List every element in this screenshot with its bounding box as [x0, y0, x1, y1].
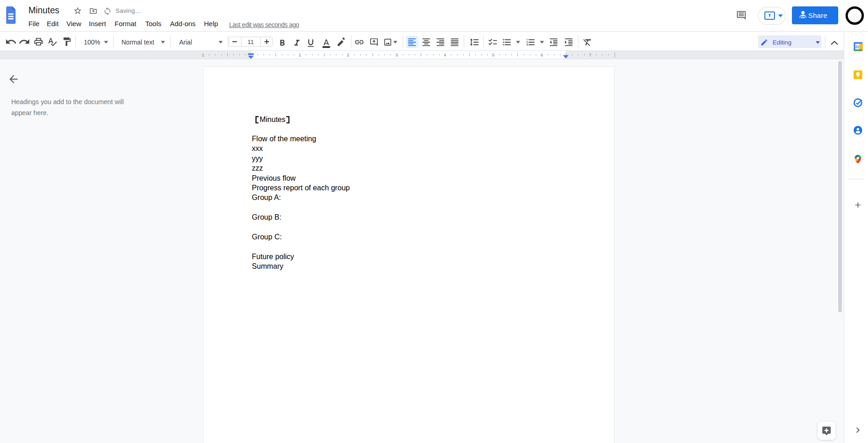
svg-text:31: 31: [855, 44, 860, 49]
